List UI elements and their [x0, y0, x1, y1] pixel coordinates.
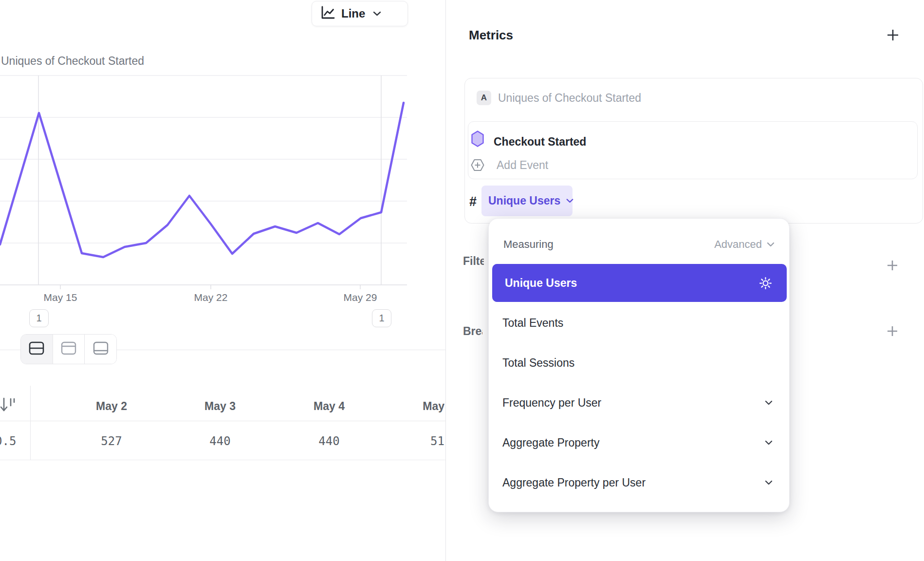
chevron-down-icon: [765, 440, 773, 445]
layout-split-button[interactable]: [21, 335, 53, 364]
table-cell: 527: [63, 434, 160, 449]
measuring-popup: Measuring Advanced Unique Users Total Ev…: [488, 218, 790, 512]
gridlines: [0, 75, 407, 243]
chevron-down-icon: [767, 242, 775, 247]
chevron-down-icon: [566, 199, 573, 203]
x-axis: [0, 285, 407, 289]
x-tick-label: May 22: [194, 292, 228, 303]
menu-item-aggregate-property-per-user[interactable]: Aggregate Property per User: [489, 463, 789, 502]
measure-symbol: #: [469, 194, 477, 209]
breakdowns-section-title: Breakdowns: [463, 325, 482, 338]
gear-icon[interactable]: [759, 277, 772, 290]
event-name: Checkout Started: [494, 135, 586, 149]
menu-item-aggregate-property[interactable]: Aggregate Property: [489, 423, 789, 462]
metrics-section-title: Metrics: [469, 28, 513, 43]
menu-item-label: Aggregate Property: [502, 436, 765, 449]
metric-card[interactable]: A Uniques of Checkout Started Checkout S…: [464, 78, 923, 224]
menu-item-label: Total Events: [502, 317, 773, 330]
chevron-down-icon: [765, 400, 773, 405]
split-rows-icon: [28, 341, 45, 357]
add-event-label: Add Event: [497, 159, 548, 172]
menu-item-frequency-per-user[interactable]: Frequency per User: [489, 383, 789, 422]
metric-letter-badge: A: [477, 91, 491, 105]
x-tick-labels: May 15 May 22 May 29: [44, 292, 377, 303]
layout-toggle: [20, 334, 117, 364]
table-column-divider: [30, 386, 31, 460]
chart-type-label: Line: [341, 7, 365, 20]
measure-chip-label: Unique Users: [488, 194, 560, 207]
table-column-header[interactable]: May 4: [280, 400, 378, 413]
add-filter-button[interactable]: [886, 259, 899, 272]
layout-chart-only-button[interactable]: [53, 335, 85, 364]
annotation-badge[interactable]: 1: [372, 309, 391, 327]
filters-section-title: Filters: [463, 255, 484, 268]
table-column-header[interactable]: May 3: [171, 400, 269, 413]
table-row-label: 0.5: [0, 434, 24, 449]
table-column-header[interactable]: May 2: [63, 400, 160, 413]
plus-icon: [886, 36, 900, 43]
sort-descending-icon: [0, 407, 18, 415]
hexagon-event-icon: [471, 131, 484, 149]
annotation-lines: [38, 75, 381, 285]
event-row[interactable]: Checkout Started: [468, 128, 917, 153]
popup-header: Measuring: [503, 238, 554, 251]
add-event-button[interactable]: Add Event: [471, 158, 920, 174]
table-cell: 51: [399, 434, 444, 449]
layout-table-only-button[interactable]: [84, 335, 116, 364]
menu-item-unique-users-selected[interactable]: Unique Users: [492, 264, 787, 302]
plus-icon: [886, 332, 899, 339]
hexagon-plus-icon: [471, 158, 484, 174]
sort-button[interactable]: [0, 396, 18, 414]
bottom-bar-icon: [92, 341, 109, 357]
event-card: Checkout Started Add Event: [468, 121, 918, 179]
table-header-divider: [0, 421, 445, 421]
menu-item-label: Aggregate Property per User: [502, 476, 765, 489]
metric-label: Uniques of Checkout Started: [498, 92, 641, 105]
chevron-down-icon: [765, 480, 773, 485]
table-bottom-border: [0, 460, 445, 460]
menu-item-total-events[interactable]: Total Events: [489, 303, 789, 342]
top-bar-icon: [60, 341, 77, 357]
add-breakdown-button[interactable]: [886, 325, 899, 337]
menu-item-label: Frequency per User: [502, 396, 765, 410]
line-chart: May 15 May 22 May 29: [0, 73, 445, 303]
table-cell: 440: [171, 434, 269, 449]
line-chart-icon: [320, 5, 335, 22]
annotation-badge[interactable]: 1: [29, 309, 49, 327]
table-cell: 440: [280, 434, 378, 449]
x-tick-label: May 29: [344, 292, 377, 303]
selected-option-label: Unique Users: [505, 277, 759, 290]
analytics-app: Line Uniques of Checkout Started May 15 …: [0, 0, 924, 561]
menu-item-label: Total Sessions: [502, 356, 773, 370]
table-column-header[interactable]: May: [399, 400, 444, 413]
menu-item-total-sessions[interactable]: Total Sessions: [489, 343, 789, 382]
chevron-down-icon: [373, 9, 381, 18]
chart-line: [0, 103, 404, 257]
advanced-mode-dropdown[interactable]: Advanced: [714, 238, 775, 251]
panel-divider: [445, 0, 446, 561]
chart-title: Uniques of Checkout Started: [1, 55, 144, 68]
x-tick-label: May 15: [44, 292, 77, 303]
chart-type-button[interactable]: Line: [312, 1, 408, 26]
plus-icon: [886, 266, 899, 273]
add-metric-button[interactable]: [886, 28, 900, 42]
advanced-mode-label: Advanced: [714, 238, 762, 251]
measure-chip[interactable]: Unique Users: [481, 186, 573, 216]
